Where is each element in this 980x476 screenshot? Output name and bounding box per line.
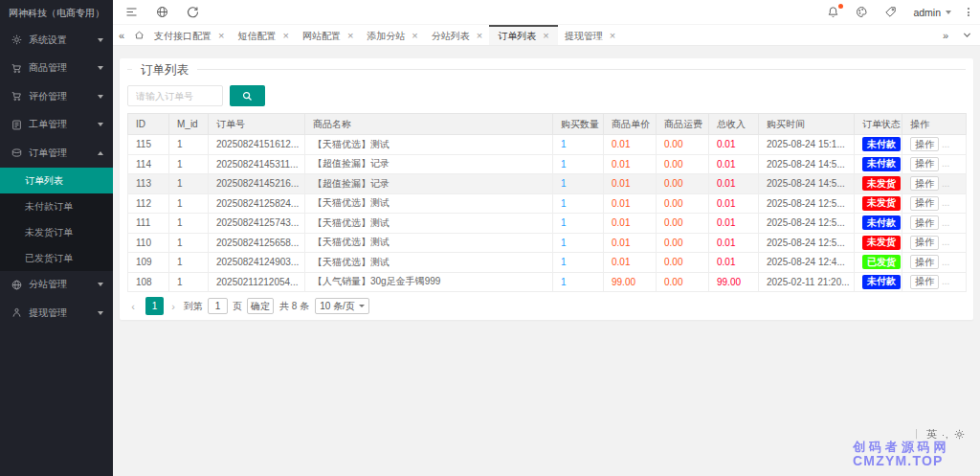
action-ellipsis: ... — [942, 257, 949, 267]
tab[interactable]: 提现管理× — [558, 25, 622, 45]
table-cell: 20250824151612... — [209, 135, 305, 155]
table-cell: 0.00 — [657, 272, 709, 292]
table-cell: 0.01 — [709, 193, 759, 214]
table-cell: 1 — [169, 214, 209, 234]
sidebar-item-6[interactable]: 分站管理 — [0, 271, 113, 300]
chevron-down-icon — [98, 311, 103, 315]
chevron-down-icon — [98, 123, 103, 126]
tab[interactable]: 支付接口配置× — [147, 25, 231, 45]
tab[interactable]: 分站列表× — [425, 25, 489, 45]
row-action-button[interactable]: 操作 — [910, 176, 939, 191]
sidebar-item-3[interactable]: 评价管理 — [0, 82, 113, 111]
tabs-dropdown[interactable] — [954, 25, 980, 45]
refresh-icon[interactable] — [187, 6, 199, 18]
home-tab[interactable] — [130, 25, 147, 45]
row-action-button[interactable]: 操作 — [910, 137, 939, 151]
page-number-input[interactable] — [208, 298, 228, 314]
current-page-button[interactable]: 1 — [145, 297, 164, 315]
username: admin — [913, 7, 941, 18]
more-options-icon[interactable] — [968, 8, 969, 16]
sidebar-item-1[interactable]: 系统设置 — [0, 26, 113, 55]
table-cell: 【超值捡漏】记录 — [305, 174, 553, 194]
table-cell: 0.01 — [604, 193, 657, 214]
ime-settings-gear-icon[interactable] — [954, 429, 965, 440]
table-cell: 2025-08-24 12:5... — [759, 233, 855, 253]
table-cell: 1 — [169, 174, 209, 194]
withdraw-icon — [11, 307, 22, 318]
tab-label: 网站配置 — [302, 30, 341, 43]
row-action-button[interactable]: 操作 — [910, 157, 939, 171]
sidebar-item-7[interactable]: 提现管理 — [0, 299, 113, 328]
tab-label: 分站列表 — [432, 30, 470, 43]
tabs-scroll-left[interactable]: « — [113, 25, 130, 45]
watermark-line2: CMZYM.TOP — [853, 454, 949, 467]
table-cell: 0.00 — [657, 154, 709, 174]
action-ellipsis: ... — [942, 178, 949, 189]
column-header: 操作 — [902, 114, 967, 135]
order-no-search-input[interactable] — [127, 85, 223, 106]
gear-icon — [11, 34, 22, 45]
tab-close-icon[interactable]: × — [218, 31, 224, 41]
tab-close-icon[interactable]: × — [282, 31, 288, 41]
tab[interactable]: 订单列表× — [489, 25, 557, 45]
sidebar-item-4[interactable]: 工单管理 — [0, 111, 113, 140]
sidebar-subitem[interactable]: 未付款订单 — [0, 193, 113, 219]
theme-palette-icon[interactable] — [856, 6, 868, 18]
prev-page-button[interactable]: ‹ — [127, 301, 139, 312]
tab-label: 订单列表 — [498, 30, 536, 43]
goto-label: 到第 — [184, 300, 203, 313]
chevron-up-icon — [98, 151, 103, 155]
table-cell: 1 — [169, 154, 209, 174]
sidebar-item-5[interactable]: 订单管理 — [0, 139, 113, 168]
sidebar-item-label: 商品管理 — [29, 61, 67, 75]
row-action-button[interactable]: 操作 — [910, 215, 939, 230]
user-menu[interactable]: admin — [913, 7, 951, 18]
table-cell: 0.00 — [657, 174, 709, 194]
table-cell: 2025-08-24 12:4... — [759, 253, 855, 273]
chevron-down-icon — [946, 11, 951, 14]
table-cell: 1 — [169, 272, 209, 292]
row-action-button[interactable]: 操作 — [910, 236, 939, 250]
sidebar-subitem[interactable]: 订单列表 — [0, 168, 113, 193]
cart-icon — [11, 63, 22, 74]
tab-close-icon[interactable]: × — [412, 31, 417, 41]
page-size-select[interactable]: 10 条/页 — [315, 298, 369, 314]
row-action-button[interactable]: 操作 — [910, 196, 939, 211]
tag-icon[interactable] — [884, 6, 897, 18]
tab-close-icon[interactable]: × — [543, 31, 548, 41]
row-action-button[interactable]: 操作 — [910, 255, 939, 269]
sidebar-item-2[interactable]: 商品管理 — [0, 55, 113, 83]
sidebar-subitem[interactable]: 已发货订单 — [0, 245, 113, 271]
table-cell: 【天猫优选】测试 — [305, 253, 553, 273]
page-size-value: 10 条/页 — [320, 300, 355, 313]
column-header: 购买数量 — [553, 114, 604, 135]
sidebar-subitem[interactable]: 未发货订单 — [0, 219, 113, 245]
table-cell: 0.01 — [709, 154, 759, 174]
menu-collapse-icon[interactable] — [125, 6, 138, 18]
confirm-page-button[interactable]: 确定 — [247, 298, 274, 314]
tab[interactable]: 添加分站× — [360, 25, 424, 45]
table-cell-status: 未付款 — [855, 135, 902, 155]
tabs-scroll-right[interactable]: » — [937, 25, 954, 45]
row-action-button[interactable]: 操作 — [910, 275, 939, 289]
tab[interactable]: 短信配置× — [231, 25, 295, 45]
notification-dot — [838, 4, 843, 9]
tab-close-icon[interactable]: × — [477, 31, 482, 41]
table-cell: 20250824125658... — [209, 233, 305, 253]
order-list-card: 订单列表 IDM_id订单号商品名称购买数量商品单价商品运费总收入购买时间订单状… — [120, 58, 973, 320]
table-cell: 2025-08-24 12:5... — [759, 193, 855, 214]
action-ellipsis: ... — [942, 237, 949, 247]
tab-label: 添加分站 — [367, 30, 405, 43]
status-badge: 未付款 — [862, 157, 901, 171]
table-cell: 0.01 — [709, 135, 759, 155]
status-badge: 未发货 — [862, 236, 901, 250]
next-page-button[interactable]: › — [167, 301, 179, 312]
search-button[interactable] — [230, 85, 265, 106]
tab[interactable]: 网站配置× — [296, 25, 360, 45]
tab-close-icon[interactable]: × — [610, 31, 615, 41]
globe-icon[interactable] — [156, 6, 168, 18]
table-cell: 【天猫优选】测试 — [305, 193, 553, 214]
tab-close-icon[interactable]: × — [347, 31, 353, 41]
notifications-bell[interactable] — [827, 6, 839, 18]
table-cell-action: 操作... — [902, 174, 967, 194]
